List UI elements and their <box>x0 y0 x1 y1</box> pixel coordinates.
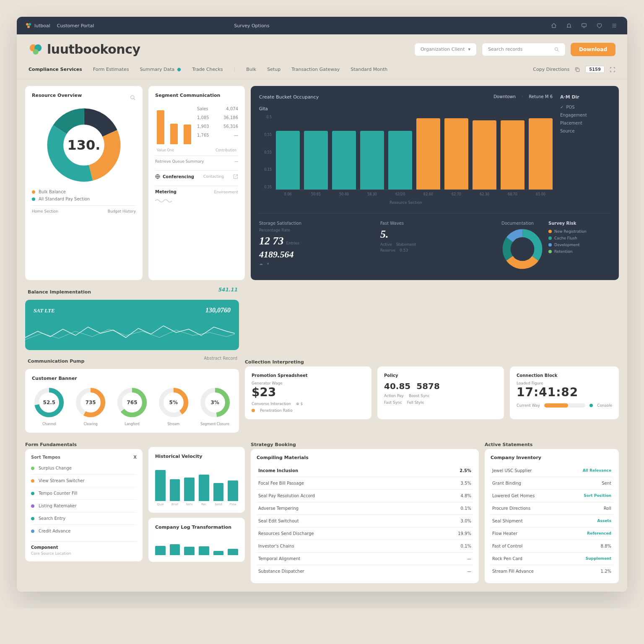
heart-icon[interactable] <box>595 21 604 30</box>
table-row[interactable]: Jewel USC SupplierAll Relevance <box>491 465 613 477</box>
download-button[interactable]: Download <box>571 43 615 56</box>
table-row[interactable]: Rock Pen CardSupplement <box>491 553 613 565</box>
topbar-logo: lutboal <box>25 22 50 29</box>
external-icon[interactable] <box>233 174 238 179</box>
ring-item: 735 Clearing <box>74 386 107 426</box>
subnav-item[interactable]: Trade Checks <box>192 64 223 75</box>
table-row[interactable]: Fast of Control8.8% <box>491 540 613 553</box>
donut-value: 130. <box>68 137 101 153</box>
hist-velocity-card: Historical Velocity QualBriefServRecSend… <box>148 447 245 513</box>
brand: luutbookoncy <box>29 42 140 57</box>
table-row[interactable]: Resources Send Discharge19.9% <box>257 527 473 540</box>
subnav-item[interactable]: Standard Month <box>351 64 387 75</box>
svg-point-6 <box>33 49 38 55</box>
subnav-item[interactable]: Compliance Services <box>29 64 82 75</box>
table-row[interactable]: Substance Dispatcher— <box>257 565 473 577</box>
section-title: Metering <box>155 190 177 194</box>
subnav-item[interactable]: Form Estimates <box>93 64 129 75</box>
table-row[interactable]: Seal ShipmentAssets <box>491 515 613 527</box>
list-item[interactable]: Surplus Change <box>31 462 137 475</box>
dark-tab[interactable]: Retune M 6 <box>529 94 553 100</box>
subnav-right-label: Copy Directions <box>533 67 569 72</box>
table-row[interactable]: Flow HeaterReferenced <box>491 527 613 540</box>
section-heading: Form Fundamentals <box>25 439 143 449</box>
section-label: Balance Implementation <box>27 287 92 297</box>
subnav-item[interactable]: Setup <box>267 64 280 75</box>
card-link[interactable]: Home Section <box>32 209 58 213</box>
svg-point-1 <box>29 23 31 26</box>
table-row[interactable]: Focal Fee Bill Passage3.5% <box>257 477 473 490</box>
search-input[interactable]: Search records <box>482 43 566 56</box>
app-frame: lutboal Customer Portal Survey Options l… <box>17 17 627 592</box>
menu-icon[interactable] <box>610 21 619 30</box>
table-row[interactable]: Grant BindingSent <box>491 477 613 490</box>
list-item[interactable]: Search Entry <box>31 512 137 525</box>
dark-bar-chart: 0.50.550.550.150.35 <box>259 114 553 190</box>
table-row[interactable]: Seal Pay Resolution Accord4.8% <box>257 490 473 502</box>
subnav: Compliance Services Form Estimates Summa… <box>17 64 627 79</box>
topbar-tagline: Customer Portal <box>57 23 94 29</box>
table-inventory: Company Inventory Jewel USC SupplierAll … <box>485 449 619 583</box>
subnav-item[interactable]: Summary Data <box>140 64 181 75</box>
donut-card: Resource Overview 130. Bulk Balance All … <box>25 86 143 280</box>
company-log-card: Company Log Transformation <box>148 518 245 562</box>
dark-side-panel: A·M Dir ✓POS Engagement Placement Source <box>560 94 610 205</box>
card-link[interactable]: Budget History <box>108 209 136 213</box>
svg-rect-3 <box>582 23 587 26</box>
list-item[interactable]: Tempo Counter Fill <box>31 487 137 500</box>
table-row[interactable]: Seal Edit Switchout3.0% <box>257 515 473 527</box>
segment-card: Segment Communication Sales4,074 1,08536… <box>148 86 245 280</box>
table-row[interactable]: Procure DirectionsRoll <box>491 502 613 515</box>
close-icon[interactable]: X <box>133 455 137 460</box>
list-card: Sort TemposX Surplus ChangeView Stream S… <box>25 449 143 561</box>
ring-item: 765 Langford <box>116 386 148 426</box>
globe-icon <box>155 174 160 179</box>
table-compiling: Compiling Materials Income Inclusion2.5%… <box>251 449 479 583</box>
card-title: Resource Overview <box>32 93 82 98</box>
expand-icon[interactable] <box>610 67 615 73</box>
subnav-item[interactable]: Bulk <box>246 64 256 75</box>
table-row[interactable]: Stream Fill Advance1.2% <box>491 565 613 577</box>
content-row-1: Resource Overview 130. Bulk Balance All … <box>17 79 627 287</box>
section-heading: Active Statements <box>485 439 619 449</box>
org-select[interactable]: Organization Client▾ <box>414 43 477 56</box>
table-row[interactable]: Investor's Chains0.1% <box>257 540 473 553</box>
table-row[interactable]: Adverse Tempering0.1% <box>257 502 473 515</box>
legend-item: All Standard Pay Section <box>32 197 136 201</box>
bar-chart <box>155 463 238 501</box>
section-label: Communication Pump <box>27 356 85 366</box>
search-icon[interactable] <box>130 95 136 101</box>
table-row[interactable]: Temporal Alignment— <box>257 553 473 565</box>
dark-stat-2: Fast Waves 5. ActiveStatement Reserve0.5… <box>380 221 493 272</box>
sparkline <box>25 321 235 346</box>
list-item[interactable]: View Stream Switcher <box>31 475 137 487</box>
svg-point-0 <box>26 23 29 26</box>
section-heading: Collection Interpreting <box>245 356 619 366</box>
topbar-center: Survey Options <box>234 23 269 29</box>
caret-down-icon: ▾ <box>267 262 269 266</box>
stat-card-promotion: Promotion Spreadsheet Generator Wage $23… <box>245 366 371 419</box>
list-item[interactable]: Listing Ratemaker <box>31 500 137 512</box>
dark-donut-block: Documentation Survey Risk New Registrati… <box>501 221 610 272</box>
svg-point-2 <box>27 26 30 28</box>
list-item[interactable]: Credit Advance <box>31 525 137 537</box>
svg-point-21 <box>506 233 538 265</box>
home-icon[interactable] <box>549 21 558 30</box>
topbar-brand: lutboal <box>34 23 50 29</box>
rings-card: Customer Banner 52.5 Channel 735 Clearin… <box>25 369 239 433</box>
bell-icon[interactable] <box>564 21 574 30</box>
ring-item: 5% Stream <box>157 386 190 426</box>
copy-icon[interactable] <box>574 67 580 73</box>
subnav-item[interactable]: Transaction Gateway <box>291 64 340 75</box>
dark-tab[interactable]: Downtown <box>493 94 516 100</box>
ring-item: 52.5 Channel <box>33 386 65 426</box>
section-title: Conferencing <box>155 174 194 179</box>
wave-icon <box>155 197 172 204</box>
svg-point-7 <box>555 47 558 50</box>
mini-bar-chart <box>155 102 193 148</box>
table-row[interactable]: Lowered Get HomesSort Position <box>491 490 613 502</box>
display-icon[interactable] <box>579 21 589 30</box>
svg-point-8 <box>177 68 181 71</box>
svg-point-10 <box>131 95 134 99</box>
brand-icon <box>29 42 43 57</box>
